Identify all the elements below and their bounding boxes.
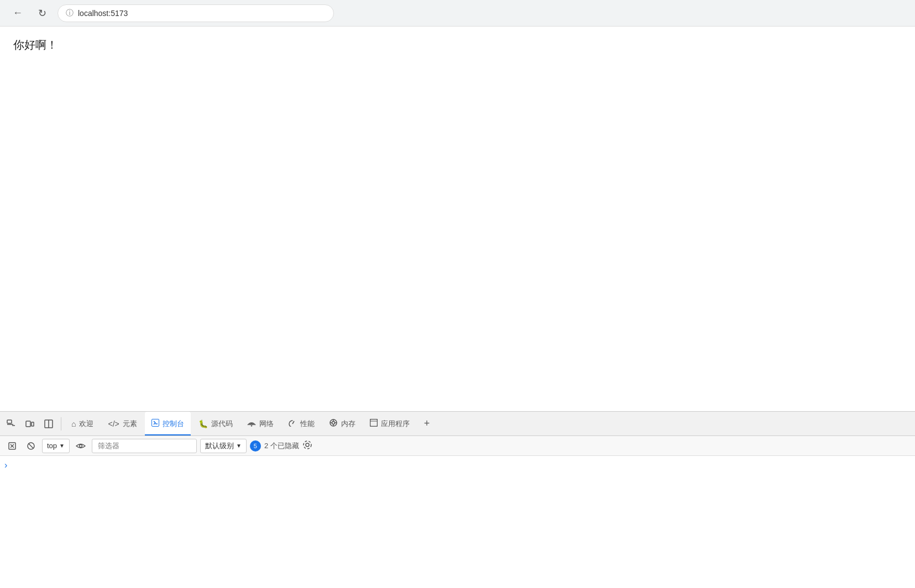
- application-tab-icon: [370, 419, 378, 428]
- browser-chrome: ← ↻ ⓘ localhost:5173: [0, 0, 915, 27]
- console-content: ›: [0, 456, 915, 588]
- dropdown-arrow-icon: ▼: [59, 443, 65, 449]
- memory-tab-icon: [329, 418, 338, 429]
- tab-console[interactable]: 控制台: [145, 412, 191, 435]
- clear-console-button[interactable]: [4, 438, 20, 454]
- tab-application[interactable]: 应用程序: [363, 412, 416, 435]
- welcome-tab-icon: ⌂: [71, 419, 76, 428]
- console-prompt-icon[interactable]: ›: [4, 460, 7, 470]
- svg-rect-0: [7, 420, 12, 423]
- inspect-element-icon[interactable]: [2, 415, 20, 433]
- tab-divider-1: [61, 417, 61, 431]
- devtools-panel: ⌂ 欢迎 </> 元素 控制台 🐛 源代码: [0, 411, 915, 588]
- svg-point-25: [79, 444, 82, 447]
- toggle-panel-icon[interactable]: [40, 415, 57, 433]
- svg-rect-3: [26, 421, 30, 427]
- network-tab-icon: [247, 419, 256, 428]
- svg-point-13: [332, 422, 334, 424]
- tab-performance-label: 性能: [300, 419, 315, 429]
- hidden-count-label: 2 个已隐藏: [264, 441, 299, 451]
- back-button[interactable]: ←: [9, 4, 27, 22]
- log-level-label: 默认级别: [205, 441, 234, 451]
- console-toolbar: top ▼ 默认级别 ▼ 5 2 个已隐藏: [0, 436, 915, 456]
- elements-tab-icon: </>: [108, 419, 119, 428]
- device-toolbar-icon[interactable]: [21, 415, 39, 433]
- tab-elements[interactable]: </> 元素: [101, 412, 143, 435]
- add-tab-button[interactable]: +: [420, 416, 435, 432]
- svg-rect-4: [32, 422, 34, 426]
- console-tab-icon: [151, 419, 159, 428]
- level-dropdown-arrow-icon: ▼: [236, 443, 242, 449]
- message-count-badge: 5: [250, 440, 261, 452]
- log-level-dropdown[interactable]: 默认级别 ▼: [200, 439, 247, 453]
- tab-network-label: 网络: [259, 419, 274, 429]
- svg-line-24: [29, 443, 33, 448]
- console-settings-button[interactable]: [302, 440, 312, 452]
- prohibit-button[interactable]: [23, 438, 39, 454]
- svg-point-27: [304, 441, 311, 449]
- performance-tab-icon: [288, 419, 297, 428]
- top-frame-label: top: [47, 442, 57, 450]
- address-bar: ⓘ localhost:5173: [57, 4, 334, 22]
- tab-elements-label: 元素: [123, 419, 137, 429]
- svg-point-26: [306, 443, 309, 447]
- tab-network[interactable]: 网络: [240, 412, 280, 435]
- message-count: 5: [250, 440, 261, 452]
- info-icon: ⓘ: [66, 8, 74, 18]
- tab-sources-label: 源代码: [211, 419, 233, 429]
- svg-point-9: [251, 425, 252, 426]
- svg-rect-18: [370, 419, 377, 427]
- reload-button[interactable]: ↻: [33, 4, 51, 22]
- tab-performance[interactable]: 性能: [281, 412, 321, 435]
- tab-sources[interactable]: 🐛 源代码: [192, 412, 239, 435]
- eye-button[interactable]: [73, 438, 88, 454]
- url-display[interactable]: localhost:5173: [78, 9, 128, 18]
- tab-console-label: 控制台: [163, 419, 184, 429]
- tab-welcome[interactable]: ⌂ 欢迎: [65, 412, 100, 435]
- main-content: 你好啊！: [0, 27, 915, 411]
- tab-memory-label: 内存: [341, 419, 355, 429]
- top-frame-dropdown[interactable]: top ▼: [42, 439, 70, 453]
- tab-memory[interactable]: 内存: [322, 412, 362, 435]
- tab-application-label: 应用程序: [381, 419, 410, 429]
- svg-line-11: [292, 421, 294, 424]
- tab-welcome-label: 欢迎: [79, 419, 93, 429]
- devtools-tab-bar: ⌂ 欢迎 </> 元素 控制台 🐛 源代码: [0, 412, 915, 436]
- page-greeting: 你好啊！: [13, 38, 902, 53]
- filter-input[interactable]: [92, 439, 197, 453]
- sources-tab-icon: 🐛: [198, 419, 208, 428]
